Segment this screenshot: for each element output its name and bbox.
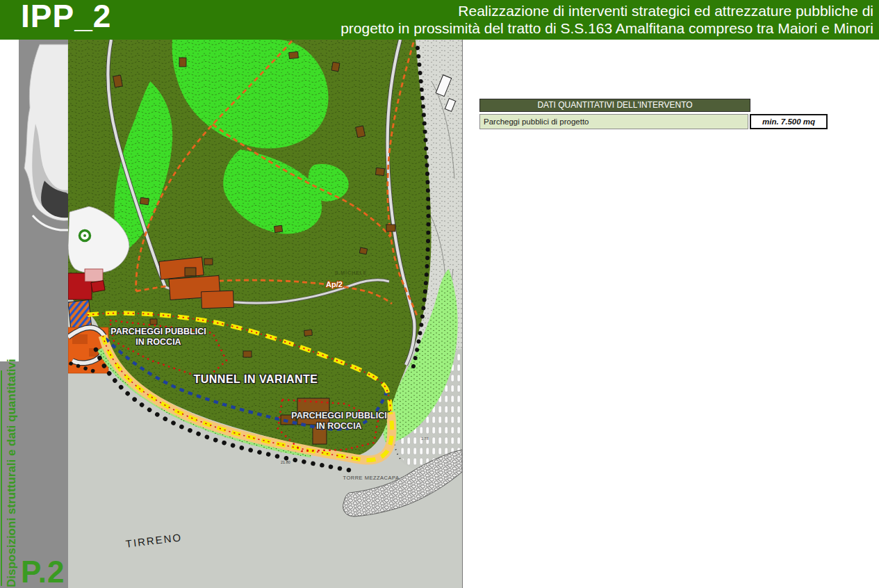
torre-mezzacapa-label: TORRE MEZZACAPA [343, 475, 400, 481]
plate-number: P.2 [21, 555, 65, 588]
locator-inset-map [19, 42, 68, 244]
parking2-label-line1: PARCHEGGI PUBBLICI [291, 411, 386, 420]
page-title-line2: progetto in prossimità del tratto di S.S… [276, 19, 873, 37]
page-title-line1: Realizzazione di interventi strategici e… [276, 2, 873, 19]
table-header: DATI QUANTITATIVI DELL'INTERVENTO [479, 99, 750, 112]
parking2-label-line2: IN ROCCIA [316, 421, 361, 431]
plate-id: IPP_2 [21, 0, 111, 35]
table-row-label: Parcheggi pubblici di progetto [479, 114, 748, 129]
title-bar: IPP_2 Realizzazione di interventi strate… [0, 0, 879, 40]
michele-label: S.MICHELE [335, 270, 368, 275]
map-canvas: S.MICHELE Ap/2 PARCHEGGI PUBBLICI IN ROC… [68, 40, 462, 588]
locator-map-canvas [19, 42, 68, 241]
sidebar-vertical-label: Disposizioni strutturali e dati quantita… [5, 368, 19, 587]
page-title: Realizzazione di interventi strategici e… [276, 2, 873, 37]
elevation-label: 1.78 [421, 436, 429, 441]
quantitative-data-panel: DATI QUANTITATIVI DELL'INTERVENTO Parche… [479, 99, 834, 129]
table-row-value: min. 7.500 mq [750, 114, 828, 129]
parking1-label-line2: IN ROCCIA [135, 337, 181, 347]
table-row: Parcheggi pubblici di progetto min. 7.50… [479, 114, 834, 129]
elevation-label: 21.80 [281, 460, 290, 464]
sidebar-rule [1, 370, 2, 586]
main-map: S.MICHELE Ap/2 PARCHEGGI PUBBLICI IN ROC… [68, 40, 463, 588]
ap2-label: Ap/2 [326, 280, 343, 288]
tunnel-label: TUNNEL IN VARIANTE [193, 373, 318, 385]
parking1-label-line1: PARCHEGGI PUBBLICI [110, 327, 206, 336]
